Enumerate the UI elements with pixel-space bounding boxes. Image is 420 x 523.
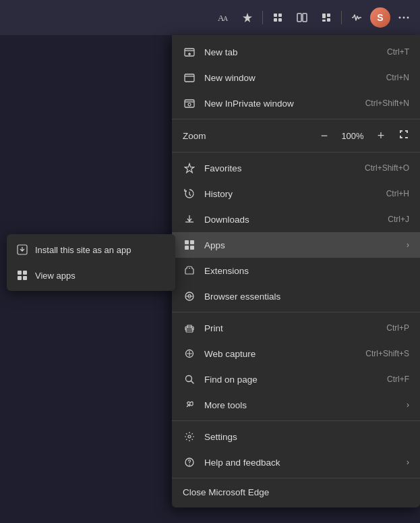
more-tools-item[interactable]: More tools › [172, 392, 420, 418]
new-window-shortcut: Ctrl+N [386, 73, 409, 82]
zoom-value: 100% [339, 131, 366, 141]
apps-item[interactable]: Apps › [172, 232, 420, 258]
browser-menu: New tab Ctrl+T New window Ctrl+N New InP… [172, 35, 420, 507]
zoom-label: Zoom [183, 131, 309, 141]
new-inprivate-item[interactable]: New InPrivate window Ctrl+Shift+N [172, 90, 420, 116]
svg-point-23 [188, 103, 191, 106]
zoom-expand-button[interactable] [398, 129, 409, 142]
divider-1 [172, 119, 420, 119]
new-inprivate-label: New InPrivate window [204, 99, 357, 109]
inprivate-icon [183, 97, 196, 110]
install-site-app-label: Install this site as an app [35, 245, 131, 255]
extensions-menu-icon [183, 264, 196, 277]
zoom-increase-button[interactable]: + [371, 126, 390, 145]
avatar[interactable]: S [370, 7, 390, 28]
more-tools-menu-icon [183, 398, 196, 412]
help-feedback-item[interactable]: Help and feedback › [172, 449, 420, 475]
svg-rect-17 [23, 271, 27, 275]
svg-rect-3 [278, 13, 282, 17]
toolbar-divider-1 [262, 11, 263, 24]
divider-5 [172, 478, 420, 478]
svg-rect-26 [185, 246, 189, 250]
collections-icon[interactable] [316, 7, 337, 28]
favorites-label: Favorites [204, 163, 357, 173]
svg-text:A: A [223, 15, 229, 22]
install-site-app-item[interactable]: Install this site as an app [7, 237, 175, 263]
settings-item[interactable]: Settings [172, 424, 420, 449]
svg-rect-24 [185, 240, 189, 244]
split-view-icon[interactable] [291, 7, 313, 28]
web-capture-shortcut: Ctrl+Shift+S [365, 349, 409, 358]
favorites-item[interactable]: Favorites Ctrl+Shift+O [172, 155, 420, 181]
browser-essentials-label: Browser essentials [204, 292, 409, 302]
new-tab-label: New tab [204, 47, 379, 57]
heart-monitor-icon[interactable] [346, 7, 367, 28]
browser-essentials-item[interactable]: Browser essentials [172, 283, 420, 309]
history-label: History [204, 189, 378, 199]
svg-rect-27 [190, 246, 194, 250]
help-menu-icon [183, 456, 196, 469]
view-apps-label: View apps [35, 271, 76, 281]
new-window-label: New window [204, 73, 378, 83]
svg-rect-21 [185, 74, 194, 82]
find-on-page-item[interactable]: Find on page Ctrl+F [172, 366, 420, 392]
print-label: Print [204, 323, 378, 333]
more-tools-icon[interactable] [393, 7, 415, 28]
settings-menu-icon [183, 430, 196, 443]
svg-point-13 [403, 17, 405, 19]
svg-point-30 [191, 328, 193, 329]
history-menu-icon [183, 187, 196, 200]
downloads-shortcut: Ctrl+J [388, 215, 409, 224]
settings-label: Settings [204, 432, 409, 442]
essentials-menu-icon [183, 290, 196, 303]
view-apps-item[interactable]: View apps [7, 263, 175, 288]
print-shortcut: Ctrl+P [386, 323, 409, 333]
favorites-shortcut: Ctrl+Shift+O [365, 163, 409, 173]
web-capture-item[interactable]: Web capture Ctrl+Shift+S [172, 341, 420, 366]
extensions-toolbar-icon[interactable] [267, 7, 289, 28]
svg-rect-9 [327, 13, 330, 17]
svg-point-33 [188, 435, 191, 438]
svg-point-35 [189, 464, 190, 466]
svg-point-12 [399, 17, 401, 19]
downloads-menu-icon [183, 213, 196, 226]
history-shortcut: Ctrl+H [386, 189, 409, 198]
history-item[interactable]: History Ctrl+H [172, 181, 420, 207]
font-icon[interactable]: AA [212, 7, 234, 28]
close-edge-item[interactable]: Close Microsoft Edge [172, 481, 420, 503]
extensions-item[interactable]: Extensions [172, 258, 420, 283]
apps-label: Apps [204, 240, 398, 250]
web-capture-label: Web capture [204, 349, 357, 359]
svg-rect-8 [322, 13, 326, 18]
install-app-icon [16, 244, 28, 256]
print-item[interactable]: Print Ctrl+P [172, 315, 420, 341]
svg-rect-19 [23, 276, 27, 280]
new-tab-item[interactable]: New tab Ctrl+T [172, 39, 420, 65]
favorites-star-icon[interactable] [237, 7, 258, 28]
svg-rect-16 [18, 271, 22, 275]
svg-rect-5 [278, 18, 282, 22]
svg-rect-2 [274, 13, 277, 17]
zoom-row: Zoom − 100% + [172, 122, 420, 149]
svg-rect-11 [327, 18, 330, 22]
svg-rect-25 [190, 240, 194, 244]
svg-rect-18 [18, 276, 22, 280]
divider-4 [172, 420, 420, 421]
more-tools-arrow-icon: › [407, 400, 409, 410]
svg-rect-7 [303, 13, 307, 22]
more-tools-label: More tools [204, 400, 398, 410]
divider-3 [172, 312, 420, 312]
find-on-page-shortcut: Ctrl+F [387, 375, 409, 384]
zoom-decrease-button[interactable]: − [315, 126, 334, 145]
find-menu-icon [183, 373, 196, 386]
print-menu-icon [183, 321, 196, 335]
close-edge-label: Close Microsoft Edge [183, 487, 409, 497]
apps-menu-icon [183, 238, 196, 252]
find-on-page-label: Find on page [204, 375, 379, 385]
new-tab-icon [183, 45, 196, 59]
web-capture-menu-icon [183, 347, 196, 360]
downloads-item[interactable]: Downloads Ctrl+J [172, 207, 420, 232]
help-feedback-label: Help and feedback [204, 458, 398, 468]
new-window-item[interactable]: New window Ctrl+N [172, 65, 420, 90]
svg-rect-6 [297, 13, 301, 22]
